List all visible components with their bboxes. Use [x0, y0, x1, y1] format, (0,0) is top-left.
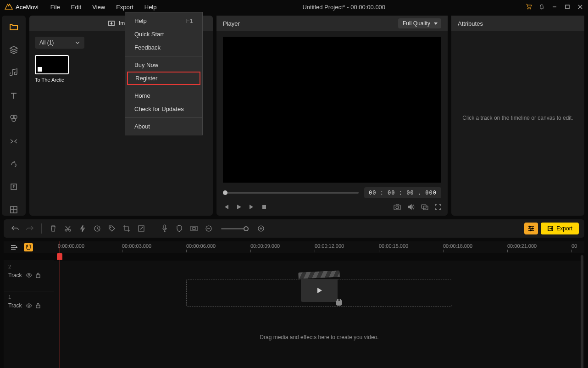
aspect-button[interactable] — [188, 223, 200, 234]
track-label: Track — [8, 302, 22, 309]
undo-button[interactable] — [9, 223, 21, 234]
sidebar-text-icon[interactable] — [7, 89, 20, 101]
crop-button[interactable] — [121, 223, 133, 234]
next-frame-button[interactable] — [249, 204, 255, 210]
prev-frame-button[interactable] — [223, 204, 229, 210]
help-item-updates[interactable]: Check for Updates — [125, 102, 202, 116]
sidebar-filters-icon[interactable] — [7, 112, 20, 124]
play-button[interactable] — [236, 204, 242, 210]
menu-file[interactable]: File — [45, 1, 66, 13]
project-title: Untitled Project* - 00:00:00.000 — [162, 4, 526, 11]
import-icon — [108, 20, 115, 27]
app-logo — [5, 3, 13, 11]
export-button[interactable]: Export — [541, 223, 579, 234]
ruler-tick: 00:00:03.000 — [122, 243, 151, 249]
ruler-tick: 00:00:06.000 — [186, 243, 216, 249]
sidebar-audio-icon[interactable] — [7, 67, 20, 79]
stop-button[interactable] — [261, 204, 267, 210]
player-viewport[interactable] — [223, 37, 441, 183]
fullscreen-button[interactable] — [435, 204, 441, 210]
cart-icon[interactable] — [526, 4, 532, 10]
zoom-out-button[interactable] — [203, 223, 215, 234]
lock-icon[interactable] — [36, 273, 40, 278]
bell-icon[interactable] — [538, 4, 545, 10]
split-button[interactable] — [62, 223, 74, 234]
player-time: 00 : 00 : 00 . 000 — [364, 187, 441, 198]
help-item-buynow[interactable]: Buy Now — [125, 58, 202, 72]
minimize-button[interactable] — [551, 4, 558, 10]
menu-help[interactable]: Help — [139, 1, 162, 13]
menu-separator — [125, 117, 202, 118]
mic-button[interactable] — [159, 223, 171, 234]
speed-button[interactable] — [77, 223, 89, 234]
help-item-register[interactable]: Register — [127, 72, 200, 85]
seek-slider[interactable] — [223, 192, 359, 194]
edit-button[interactable] — [135, 223, 147, 234]
sidebar-transitions-icon[interactable] — [7, 135, 20, 147]
help-item-about[interactable]: About — [125, 120, 202, 133]
svg-point-35 — [529, 226, 531, 228]
timeline-ruler[interactable]: 0:00:00.000 00:00:03.000 00:00:06.000 00… — [54, 241, 584, 253]
clapperboard-icon — [299, 273, 340, 305]
svg-point-44 — [28, 305, 30, 307]
ruler-tick: 00 — [571, 243, 577, 249]
sidebar-animations-icon[interactable] — [7, 158, 20, 170]
zoom-handle[interactable] — [244, 226, 249, 231]
sidebar-export-icon[interactable] — [7, 181, 20, 193]
svg-rect-3 — [566, 5, 569, 9]
track-row-1: 1 Track — [4, 291, 54, 321]
sidebar-layout-icon[interactable] — [7, 204, 20, 216]
rotate-button[interactable] — [91, 223, 103, 234]
playhead-handle[interactable] — [57, 253, 62, 260]
menu-view[interactable]: View — [87, 1, 111, 13]
timeline-canvas[interactable]: Drag media and effects here to create yo… — [54, 261, 584, 352]
menubar: File Edit View Export Help — [45, 1, 162, 13]
loop-button[interactable] — [421, 204, 428, 210]
menu-edit[interactable]: Edit — [66, 1, 87, 13]
tag-button[interactable] — [106, 223, 118, 234]
help-item-feedback[interactable]: Feedback — [125, 41, 202, 54]
magnet-button[interactable] — [24, 243, 33, 251]
lock-icon[interactable] — [36, 303, 40, 308]
quality-dropdown[interactable]: Full Quality — [398, 18, 441, 28]
sidebar — [2, 16, 26, 216]
help-item-quickstart[interactable]: Quick Start — [125, 28, 202, 41]
menu-separator — [125, 56, 202, 56]
track-options-button[interactable] — [10, 244, 18, 251]
sidebar-layers-icon[interactable] — [7, 44, 20, 56]
redo-button[interactable] — [24, 223, 36, 234]
maximize-button[interactable] — [564, 4, 571, 10]
timeline: 0:00:00.000 00:00:03.000 00:00:06.000 00… — [4, 241, 584, 368]
visibility-icon[interactable] — [26, 273, 32, 278]
svg-rect-17 — [422, 205, 426, 208]
svg-point-16 — [396, 206, 399, 209]
playhead[interactable] — [60, 241, 60, 368]
snapshot-button[interactable] — [394, 204, 401, 210]
track-number: 1 — [8, 294, 50, 300]
adjustments-button[interactable] — [524, 223, 538, 234]
visibility-icon[interactable] — [26, 303, 32, 308]
close-button[interactable] — [577, 4, 583, 10]
media-clip[interactable]: To The Arctic — [35, 55, 69, 83]
svg-point-36 — [532, 228, 533, 229]
timeline-scrollbar[interactable] — [581, 255, 583, 368]
sidebar-media-icon[interactable] — [7, 21, 20, 33]
ruler-tick: 0:00:00.000 — [58, 243, 84, 249]
media-filter-dropdown[interactable]: All (1) — [35, 37, 84, 49]
volume-button[interactable] — [407, 204, 415, 210]
zoom-slider[interactable] — [221, 228, 249, 229]
svg-point-42 — [28, 274, 30, 276]
shield-button[interactable] — [173, 223, 185, 234]
delete-button[interactable] — [47, 223, 59, 234]
attributes-title: Attributes — [451, 16, 584, 31]
ruler-tick: 00:00:15.000 — [379, 243, 408, 249]
svg-point-22 — [110, 227, 111, 228]
help-item-help[interactable]: HelpF1 — [125, 14, 202, 28]
ruler-tick: 00:00:09.000 — [250, 243, 280, 249]
svg-rect-45 — [36, 305, 40, 308]
seek-handle[interactable] — [223, 190, 227, 195]
ruler-tick: 00:00:21.000 — [507, 243, 537, 249]
help-item-home[interactable]: Home — [125, 89, 202, 102]
menu-export[interactable]: Export — [111, 1, 139, 13]
zoom-in-button[interactable] — [255, 223, 267, 234]
